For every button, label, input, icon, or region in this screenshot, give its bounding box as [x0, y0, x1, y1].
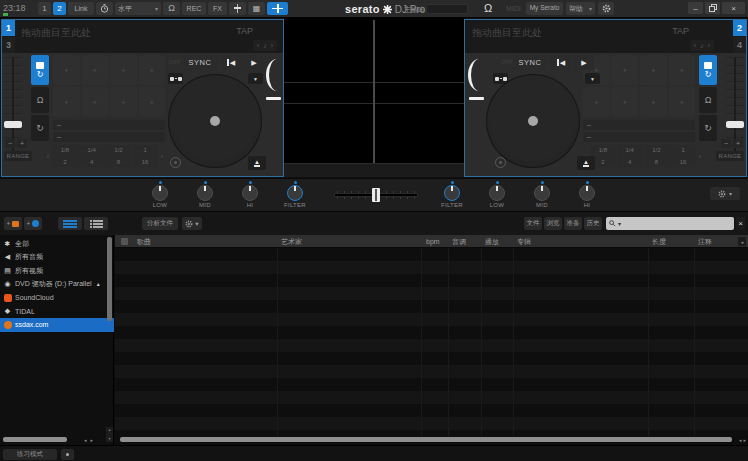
display-mode-dropdown[interactable]: 水平 ▾ — [115, 2, 161, 15]
status-toggle-button[interactable] — [61, 449, 74, 460]
loop-length-button[interactable]: 1/2 — [106, 145, 132, 156]
sidebar-item-tidal[interactable]: ◆TIDAL — [0, 305, 114, 319]
column-header-album[interactable]: 专辑 — [517, 238, 531, 245]
beatjump-toggle-button[interactable]: ▼ — [248, 73, 263, 84]
beatjump-toggle-button[interactable]: ▼ — [585, 73, 600, 84]
knob-body[interactable] — [152, 185, 168, 201]
track-title-bar[interactable]: 拖动曲目至此处 TAP ‹ ♪ › — [465, 20, 746, 53]
sidebar-item-all-video[interactable]: ▤所有视频 — [0, 264, 114, 278]
add-crate-button[interactable]: + — [4, 217, 22, 230]
performance-pad[interactable]: + — [669, 55, 696, 85]
performance-pad[interactable]: + — [640, 87, 667, 117]
sidebar-vertical-scrollbar[interactable] — [107, 237, 112, 321]
knob-body[interactable] — [489, 185, 505, 201]
play-button[interactable]: ▶ — [574, 55, 594, 70]
deck-number-inactive[interactable]: 3 — [2, 37, 15, 53]
pitch-fader-handle[interactable] — [726, 121, 744, 128]
sampler-button[interactable] — [229, 2, 246, 15]
mixer-panel-button[interactable] — [267, 2, 288, 15]
link-button[interactable]: Link — [68, 2, 94, 15]
jog-wheel[interactable] — [168, 74, 262, 168]
performance-pad[interactable]: + — [82, 87, 109, 117]
practice-mode-button[interactable]: 练习模式 — [3, 449, 57, 460]
cue-previous-button[interactable]: ◀ — [221, 55, 241, 70]
loop-length-button[interactable]: 4 — [617, 157, 643, 168]
key-up-button[interactable]: › — [708, 42, 710, 49]
scroll-down-icon[interactable]: ▾ — [108, 437, 110, 441]
knob-body[interactable] — [287, 185, 303, 201]
scroll-right-icon[interactable]: ▸ — [743, 438, 746, 443]
deck-1-tab[interactable]: 1 — [38, 2, 51, 15]
library-settings-button[interactable]: ▾ — [182, 217, 202, 230]
deck-2-tab[interactable]: 2 — [53, 2, 66, 15]
tap-tempo-button[interactable]: TAP — [236, 26, 253, 36]
close-button[interactable]: × — [722, 2, 745, 14]
tracklist-horizontal-scrollbar[interactable] — [120, 437, 732, 442]
performance-pad[interactable]: + — [110, 87, 137, 117]
search-clear-button[interactable]: × — [736, 217, 745, 230]
settings-gear-button[interactable] — [598, 2, 614, 15]
column-header-artist[interactable]: 艺术家 — [281, 238, 302, 245]
scroll-up-icon[interactable]: ▴ — [108, 428, 110, 432]
sidebar-item-ssdax[interactable]: ssdax.com — [0, 318, 114, 332]
my-serato-button[interactable]: My Serato — [526, 2, 563, 15]
sidebar-item-soundcloud[interactable]: SoundCloud — [0, 291, 114, 305]
deck-number-active[interactable]: 1 — [2, 20, 15, 36]
sidebar-scroll-arrows[interactable]: ◂▸ — [84, 438, 93, 443]
key-up-button[interactable]: › — [271, 42, 273, 49]
prepare-panel-button[interactable]: 准备 — [564, 217, 582, 230]
column-header-key[interactable]: 音调 — [452, 238, 466, 245]
saved-loop-slot[interactable] — [53, 132, 165, 142]
sync-off-label[interactable]: OFF — [169, 59, 181, 65]
loop-length-button[interactable]: 2 — [52, 157, 78, 168]
deck-number-active[interactable]: 2 — [733, 20, 746, 36]
key-down-button[interactable]: ‹ — [694, 42, 696, 49]
sync-button[interactable]: SYNC — [183, 55, 217, 70]
tap-tempo-button[interactable]: TAP — [672, 26, 689, 36]
sidebar-item-dvd-drive[interactable]: ◉DVD 驱动器 (D:) Parallel▲ — [0, 278, 114, 292]
performance-pad[interactable]: + — [640, 55, 667, 85]
performance-pad[interactable]: + — [53, 87, 80, 117]
scroll-left-icon[interactable]: ◂ — [739, 438, 742, 443]
tracklist-scroll-arrows[interactable]: ◂▸ — [739, 438, 746, 443]
loop-mode-button[interactable]: ↻ — [699, 115, 717, 141]
eject-icon[interactable]: ▲ — [96, 281, 101, 287]
loop-length-button[interactable]: 1/4 — [617, 145, 643, 156]
history-panel-button[interactable]: 历史 — [584, 217, 602, 230]
performance-pad[interactable]: + — [612, 55, 639, 85]
eq-mid-knob-right[interactable]: MID — [525, 181, 559, 208]
loop-halve-button[interactable]: ‹ — [44, 145, 52, 167]
library-view-button[interactable] — [58, 217, 82, 230]
knob-body[interactable] — [242, 185, 258, 201]
vinyl-mode-icon[interactable] — [495, 157, 506, 168]
column-header-plays[interactable]: 播放 — [485, 238, 499, 245]
eq-hi-knob-right[interactable]: HI — [570, 181, 604, 208]
saved-loop-slot[interactable] — [53, 120, 165, 130]
filter-knob-left[interactable]: FILTER — [278, 181, 312, 208]
knob-body[interactable] — [197, 185, 213, 201]
sidebar-horizontal-scrollbar[interactable] — [3, 437, 67, 442]
performance-pad[interactable]: + — [53, 55, 80, 85]
crossfader[interactable] — [335, 188, 417, 202]
browse-panel-button[interactable]: 浏览 — [544, 217, 562, 230]
monitor-cue-button[interactable]: Ω — [31, 87, 49, 113]
knob-body[interactable] — [534, 185, 550, 201]
sync-button[interactable]: SYNC — [513, 55, 547, 70]
loop-length-button[interactable]: 4 — [79, 157, 105, 168]
hotcue-mode-button[interactable]: ↻ — [31, 55, 49, 85]
column-header-song[interactable]: 歌曲 — [137, 238, 151, 245]
minimize-button[interactable]: – — [688, 2, 703, 14]
restore-button[interactable] — [705, 2, 720, 14]
sidebar-item-all[interactable]: ✱全部 — [0, 237, 114, 251]
performance-pad[interactable]: + — [583, 87, 610, 117]
deck-number-inactive[interactable]: 4 — [733, 37, 746, 53]
knob-body[interactable] — [579, 185, 595, 201]
knob-body[interactable] — [444, 185, 460, 201]
list-view-button[interactable] — [84, 217, 108, 230]
loop-length-button[interactable]: 8 — [644, 157, 670, 168]
column-options-button[interactable]: ◂ — [738, 237, 746, 246]
column-header-bpm[interactable]: bpm — [426, 238, 440, 245]
performance-pad[interactable]: + — [110, 55, 137, 85]
rec-button[interactable]: REC — [182, 2, 206, 15]
filter-knob-right[interactable]: FILTER — [435, 181, 469, 208]
